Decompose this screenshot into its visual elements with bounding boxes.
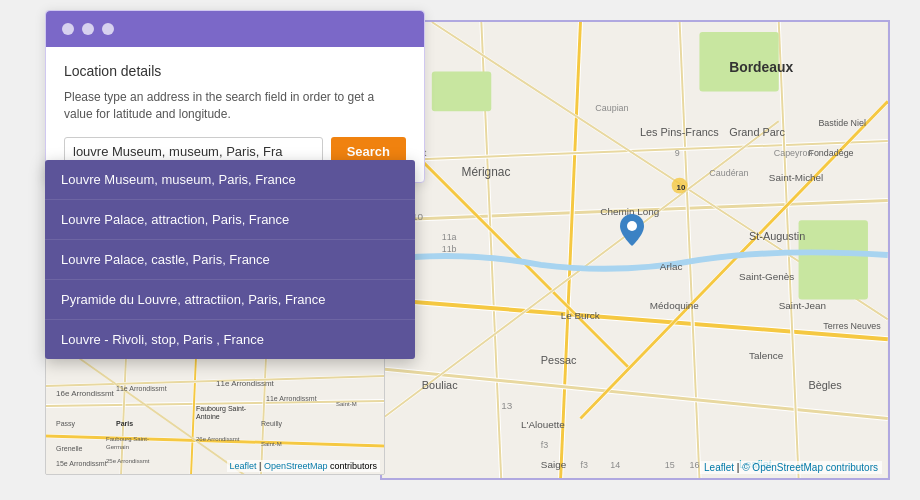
header-dot-1 <box>62 23 74 35</box>
mini-osm-link[interactable]: OpenStreetMap <box>264 461 328 471</box>
svg-text:10: 10 <box>677 183 686 192</box>
location-card: Location details Please type an address … <box>45 10 425 183</box>
svg-rect-26 <box>432 72 491 112</box>
svg-text:St-Augustin: St-Augustin <box>749 230 805 242</box>
svg-text:11b: 11b <box>442 244 457 254</box>
leaflet-link[interactable]: Leaflet <box>704 462 734 473</box>
svg-text:11a: 11a <box>442 232 457 242</box>
card-header <box>46 11 424 47</box>
svg-text:14: 14 <box>610 460 620 470</box>
svg-text:13: 13 <box>501 400 513 411</box>
svg-text:Médoquine: Médoquine <box>650 300 700 311</box>
svg-text:L'Alouette: L'Alouette <box>521 419 565 430</box>
svg-text:Grenelle: Grenelle <box>56 445 83 452</box>
svg-text:26e Arrondissmt: 26e Arrondissmt <box>196 436 240 442</box>
dropdown-item-0[interactable]: Louvre Museum, museum, Paris, France <box>45 160 415 200</box>
svg-text:Arlac: Arlac <box>660 261 683 272</box>
svg-text:Caupian: Caupian <box>595 103 628 113</box>
svg-text:f3: f3 <box>580 460 587 470</box>
header-dot-3 <box>102 23 114 35</box>
svg-text:Paris: Paris <box>116 420 133 427</box>
svg-text:Caudéran: Caudéran <box>709 168 748 178</box>
svg-text:Capeyron: Capeyron <box>774 148 813 158</box>
osm-link[interactable]: © OpenStreetMap contributors <box>742 462 878 473</box>
svg-text:Les Pins-Francs: Les Pins-Francs <box>640 126 719 138</box>
svg-text:Saint-Genès: Saint-Genès <box>739 271 794 282</box>
svg-text:Grand Parc: Grand Parc <box>729 126 785 138</box>
dropdown-item-4[interactable]: Louvre - Rivoli, stop, Paris , France <box>45 320 415 359</box>
svg-text:25e Arrondissmt: 25e Arrondissmt <box>106 458 150 464</box>
mini-map-attribution: Leaflet | OpenStreetMap contributors <box>227 460 380 472</box>
svg-text:Saint-M: Saint-M <box>261 441 282 447</box>
svg-text:Terres Neuves: Terres Neuves <box>823 321 881 331</box>
main-map[interactable]: Bordeaux Mérignac Les Pins-Francs Grand … <box>380 20 890 480</box>
svg-text:Mérignac: Mérignac <box>462 165 511 179</box>
mini-map: 16e Arrondissmt 11e Arrondissmt 11e Arro… <box>45 355 385 475</box>
svg-text:Antoine: Antoine <box>196 413 220 420</box>
svg-text:Talence: Talence <box>749 350 784 361</box>
svg-text:Le Burck: Le Burck <box>561 310 600 321</box>
svg-text:15e Arrondissmt: 15e Arrondissmt <box>56 460 107 467</box>
card-title: Location details <box>64 63 406 79</box>
svg-text:Faubourg Saint-: Faubourg Saint- <box>196 405 247 413</box>
svg-text:Bouliac: Bouliac <box>422 379 458 391</box>
svg-text:Pessac: Pessac <box>541 354 577 366</box>
svg-text:16: 16 <box>690 460 700 470</box>
svg-text:9: 9 <box>675 148 680 158</box>
search-dropdown: Louvre Museum, museum, Paris, France Lou… <box>45 160 415 359</box>
map-marker <box>620 214 644 246</box>
svg-text:16e Arrondissmt: 16e Arrondissmt <box>56 389 115 398</box>
svg-text:Fondadège: Fondadège <box>808 148 853 158</box>
svg-text:Faubourg Saint-: Faubourg Saint- <box>106 436 149 442</box>
dropdown-item-2[interactable]: Louvre Palace, castle, Paris, France <box>45 240 415 280</box>
svg-text:Passy: Passy <box>56 420 76 428</box>
svg-text:f3: f3 <box>541 440 548 450</box>
svg-rect-27 <box>799 220 868 299</box>
svg-text:Saint-Jean: Saint-Jean <box>779 300 826 311</box>
svg-text:15: 15 <box>665 460 675 470</box>
svg-text:Germain: Germain <box>106 444 129 450</box>
svg-text:11e Arrondissmt: 11e Arrondissmt <box>216 379 275 388</box>
svg-text:Saint-Michel: Saint-Michel <box>769 172 824 183</box>
svg-text:Saint-M: Saint-M <box>336 401 357 407</box>
svg-text:11e Arrondissmt: 11e Arrondissmt <box>266 395 317 402</box>
svg-text:Bastide Niel: Bastide Niel <box>818 118 866 128</box>
svg-text:Reuilly: Reuilly <box>261 420 283 428</box>
svg-text:Bègles: Bègles <box>808 379 842 391</box>
svg-point-67 <box>627 221 637 231</box>
svg-text:Saige: Saige <box>541 459 567 470</box>
mini-leaflet-link[interactable]: Leaflet <box>230 461 257 471</box>
svg-text:11e Arrondissmt: 11e Arrondissmt <box>116 385 167 392</box>
mini-osm-suffix: contributors <box>330 461 377 471</box>
svg-text:Bordeaux: Bordeaux <box>729 59 793 75</box>
dropdown-item-1[interactable]: Louvre Palace, attraction, Paris, France <box>45 200 415 240</box>
dropdown-item-3[interactable]: Pyramide du Louvre, attractiion, Paris, … <box>45 280 415 320</box>
card-description: Please type an address in the search fie… <box>64 89 406 123</box>
header-dot-2 <box>82 23 94 35</box>
map-attribution: Leaflet | © OpenStreetMap contributors <box>700 461 882 474</box>
